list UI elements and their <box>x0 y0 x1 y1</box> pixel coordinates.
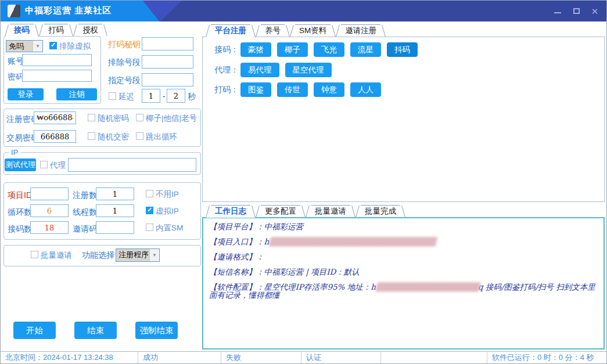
platform-button-2-3[interactable]: 人人 <box>350 82 381 97</box>
thread-count-input[interactable] <box>96 204 134 217</box>
log-tab-2[interactable]: 批量邀请 <box>311 205 350 217</box>
coconut-checkbox[interactable] <box>136 114 143 121</box>
platform-tab-3[interactable]: 邀请注册 <box>341 24 380 37</box>
platform-tab-0[interactable]: 平台注册 <box>211 24 250 37</box>
code-key-label: 打码秘钥 <box>108 39 141 50</box>
card-type-select[interactable]: 免吗 ▼ <box>6 40 43 52</box>
platform-button-1-1[interactable]: 星空代理 <box>285 63 332 77</box>
random-password-checkbox[interactable] <box>88 114 95 121</box>
delay-checkbox[interactable] <box>109 92 116 100</box>
invite-code-label: 邀请码 <box>73 224 97 235</box>
break-loop-checkbox[interactable] <box>136 132 143 140</box>
delay-max-input[interactable] <box>167 89 185 103</box>
assign-segment-label: 指定号段 <box>108 75 141 86</box>
platform-row-label: 接码： <box>214 45 239 55</box>
left-tab-bar: 接码打码授权 <box>5 24 107 36</box>
force-stop-button[interactable]: 强制结束 <box>135 322 178 339</box>
titlebar: 中福彩运营 韭菜社区 ✕ <box>1 1 606 21</box>
close-button[interactable]: ✕ <box>590 6 599 16</box>
platform-tab-bar: 平台注册养号SM资料邀请注册 <box>206 24 386 37</box>
thread-count-label: 线程数 <box>73 207 97 218</box>
trade-password-input[interactable] <box>34 130 76 143</box>
stop-button[interactable]: 结束 <box>74 322 117 339</box>
builtin-sm-label: 内置SM <box>156 223 183 233</box>
exclude-segment-label: 排除号段 <box>108 57 141 68</box>
invite-code-input[interactable] <box>96 221 134 234</box>
work-log-area[interactable]: 【项目平台】：中福彩运营【项目入口】：h████████████████████… <box>202 217 605 349</box>
proxy-input[interactable] <box>68 158 196 172</box>
no-ip-label: 不用IP <box>156 189 179 200</box>
minimize-icon <box>554 12 561 13</box>
receive-count-input[interactable] <box>30 221 69 234</box>
virtual-ip-label: 虚拟IP <box>156 206 179 217</box>
start-button[interactable]: 开始 <box>13 322 56 339</box>
register-count-input[interactable] <box>96 188 134 200</box>
tab-label: 邀请注册 <box>345 26 376 35</box>
password-label: 密码 <box>8 72 24 82</box>
tab-label: 批量完成 <box>365 207 396 215</box>
function-select-value: 注册程序 <box>116 249 149 261</box>
log-text: 【邀请格式】： <box>209 252 264 261</box>
log-text: 【短信名称】：中福彩运营 | 项目ID：默认 <box>209 267 360 276</box>
platform-button-2-1[interactable]: 传世 <box>277 82 308 97</box>
platform-button-0-4[interactable]: 抖码 <box>387 42 418 57</box>
logout-button[interactable]: 注销 <box>56 88 97 100</box>
left-tab-1[interactable]: 打码 <box>44 24 68 36</box>
platform-tab-2[interactable]: SM资料 <box>295 24 331 37</box>
log-tab-1[interactable]: 更多配置 <box>261 205 300 217</box>
proxy-checkbox[interactable] <box>40 161 48 168</box>
register-password-input[interactable] <box>34 111 76 124</box>
tab-label: SM资料 <box>299 26 326 35</box>
tab-label: 工作日志 <box>215 207 246 215</box>
log-tab-3[interactable]: 批量完成 <box>361 205 400 217</box>
log-tab-0[interactable]: 工作日志 <box>211 205 250 218</box>
tab-label: 授权 <box>82 26 98 34</box>
code-key-input[interactable] <box>142 37 193 51</box>
platform-button-0-0[interactable]: 豪猪 <box>240 42 271 57</box>
minimize-button[interactable] <box>553 6 562 16</box>
close-icon: ✕ <box>591 7 599 16</box>
left-tab-0[interactable]: 接码 <box>10 24 34 37</box>
platform-button-2-2[interactable]: 钟意 <box>314 82 344 97</box>
platform-button-0-2[interactable]: 飞光 <box>314 42 344 57</box>
maximize-button[interactable] <box>572 6 581 16</box>
status-segment-1: 成功 <box>138 352 221 364</box>
builtin-sm-checkbox[interactable] <box>146 224 153 231</box>
status-segment-5: 软件已运行：0 时：0 分：4 秒 <box>487 352 606 364</box>
tab-label: 接码 <box>14 26 30 34</box>
virtual-ip-checkbox[interactable] <box>146 207 153 214</box>
delay-min-input[interactable] <box>142 89 160 103</box>
log-line-1: 【项目入口】：h████████████████████████████████… <box>209 237 598 246</box>
batch-invite-checkbox[interactable] <box>31 251 38 258</box>
exclude-virtual-checkbox[interactable] <box>49 42 57 49</box>
platform-button-0-1[interactable]: 椰子 <box>277 42 308 57</box>
loop-count-label: 循环数 <box>8 207 32 218</box>
platform-button-2-0[interactable]: 图鉴 <box>240 82 271 97</box>
no-ip-checkbox[interactable] <box>146 190 153 197</box>
break-loop-label: 跳出循环 <box>146 132 177 142</box>
assign-segment-input[interactable] <box>142 73 193 87</box>
exclude-segment-input[interactable] <box>142 55 193 69</box>
function-select[interactable]: 注册程序 ▼ <box>116 248 160 262</box>
account-input[interactable] <box>22 54 92 66</box>
tab-label: 打码 <box>48 26 64 34</box>
left-tab-2[interactable]: 授权 <box>78 24 102 36</box>
app-icon <box>8 5 20 17</box>
random-trade-checkbox[interactable] <box>88 132 95 140</box>
test-proxy-button[interactable]: 测试代理 <box>5 158 36 171</box>
loop-count-input[interactable] <box>30 204 69 217</box>
chevron-down-icon: ▼ <box>149 249 159 261</box>
platform-button-1-0[interactable]: 易代理 <box>240 63 279 77</box>
platform-button-0-3[interactable]: 流星 <box>350 42 381 57</box>
login-button[interactable]: 登录 <box>8 88 44 100</box>
platform-tab-1[interactable]: 养号 <box>261 24 285 37</box>
seconds-label: 秒 <box>188 92 196 102</box>
log-line-3: 【短信名称】：中福彩运营 | 项目ID：默认 <box>209 268 598 276</box>
log-tab-bar: 工作日志更多配置批量邀请批量完成 <box>206 205 405 217</box>
password-input[interactable] <box>22 70 92 82</box>
redacted-text: ██████████████████████████████████ <box>269 237 434 246</box>
project-id-input[interactable] <box>30 188 69 200</box>
ip-group-label: IP <box>9 148 20 157</box>
tab-label: 批量邀请 <box>315 207 346 215</box>
redacted-text: █████████████████████ <box>376 282 478 291</box>
